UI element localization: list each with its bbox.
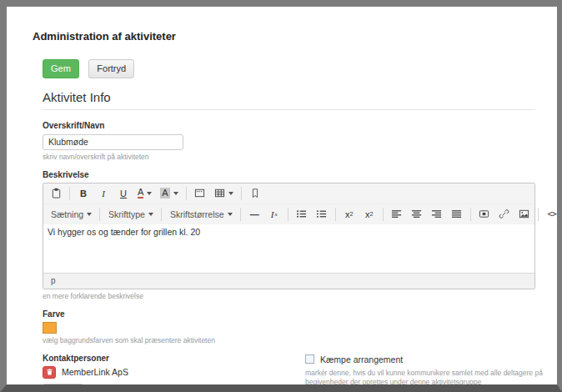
section-title: Aktivitet Info <box>43 90 535 110</box>
page: Administration af aktiviteter Gem Fortry… <box>7 7 557 392</box>
source-code-button[interactable]: <> <box>543 206 561 223</box>
background-color-glyph: A <box>160 188 169 199</box>
font-size-label: Skriftstørrelse <box>170 209 224 219</box>
big-event-help-text: markér denne, hvis du vil kunne kommunik… <box>305 369 547 388</box>
trash-icon <box>46 368 53 376</box>
toolbar-separator <box>186 187 187 200</box>
name-field-label: Overskrift/Navn <box>43 121 535 130</box>
numbered-list-button[interactable] <box>313 206 331 223</box>
contact-name: MemberLink ApS <box>62 367 128 377</box>
font-family-label: Skrifttype <box>108 209 145 219</box>
editor-element-path[interactable]: p <box>51 276 56 285</box>
clear-formatting-button[interactable]: Ix <box>265 206 284 223</box>
chevron-down-icon <box>228 213 233 216</box>
toolbar-separator <box>69 187 70 200</box>
toolbar-separator <box>335 208 336 221</box>
color-field-group: Farve vælg baggrundsfarven som skal præs… <box>43 309 535 344</box>
table-button[interactable] <box>211 185 237 202</box>
delete-contact-button[interactable] <box>43 366 56 379</box>
align-center-button[interactable] <box>408 206 426 223</box>
activity-form: Aktivitet Info Overskrift/Navn skriv nav… <box>43 90 535 392</box>
align-right-button[interactable] <box>428 206 446 223</box>
name-input[interactable] <box>43 134 183 150</box>
link-icon[interactable] <box>495 206 514 223</box>
paste-icon[interactable] <box>47 185 65 202</box>
font-family-dropdown[interactable]: Skrifttype <box>103 206 158 223</box>
contact-row: MemberLink ApS <box>43 366 305 379</box>
toolbar-separator <box>240 208 241 221</box>
big-event-label: Kæmpe arrangement <box>320 354 403 364</box>
paragraph-format-label: Sætning <box>51 209 83 219</box>
editor-toolbar-row-2: Sætning Skrifttype Skriftstørrelse — <box>43 204 534 224</box>
chevron-down-icon <box>87 213 92 216</box>
bold-button[interactable]: B <box>74 185 93 202</box>
clear-formatting-glyph: I <box>271 209 274 219</box>
text-color-button[interactable]: A <box>134 185 155 202</box>
page-title: Administration af aktiviteter <box>33 30 535 43</box>
toolbar-separator <box>99 208 100 221</box>
media-button[interactable] <box>475 206 494 223</box>
plus-icon: + <box>50 388 55 392</box>
choose-contact-label: Vælg <box>57 388 76 392</box>
superscript-mark: 2 <box>369 211 373 217</box>
toolbar-separator <box>538 208 539 221</box>
color-help-text: vælg baggrundsfarven som skal præsentere… <box>43 336 535 344</box>
toolbar-separator <box>241 187 242 200</box>
image-button[interactable] <box>515 206 534 223</box>
editor-statusbar: p <box>43 273 534 289</box>
subscript-mark: 2 <box>349 211 353 217</box>
text-color-glyph: A <box>138 188 143 199</box>
description-help-text: en mere forklarende beskrivelse <box>43 292 535 300</box>
big-event-checkbox-row: Kæmpe arrangement <box>305 354 547 364</box>
background-color-button[interactable]: A <box>157 185 181 202</box>
name-field-group: Overskrift/Navn skriv navn/overskrift på… <box>43 121 535 161</box>
description-field-group: Beskrivelse B I U A A <box>43 170 535 300</box>
toolbar-separator <box>470 208 471 221</box>
description-editor-body[interactable]: Vi hygger os og tænder for grillen kl. 2… <box>43 224 534 273</box>
visualblocks-icon[interactable] <box>191 185 209 202</box>
color-swatch[interactable] <box>43 322 57 334</box>
chevron-down-icon <box>173 192 178 195</box>
justify-button[interactable] <box>448 206 466 223</box>
toolbar-separator <box>288 208 289 221</box>
name-help-text: skriv navn/overskrift på aktiviteten <box>43 153 535 161</box>
toolbar-separator <box>383 208 384 221</box>
clear-formatting-mark: x <box>274 211 277 218</box>
color-field-label: Farve <box>43 309 535 319</box>
big-event-field-group: Kæmpe arrangement markér denne, hvis du … <box>305 354 547 388</box>
align-left-button[interactable] <box>388 206 406 223</box>
bottom-row: Kontaktpersoner MemberLink ApS +Vælg væl… <box>43 354 535 392</box>
action-button-row: Gem Fortryd <box>43 59 535 78</box>
choose-contact-button[interactable]: +Vælg <box>43 384 83 392</box>
contacts-field-label: Kontaktpersoner <box>43 354 305 363</box>
horizontal-rule-button[interactable]: — <box>245 206 263 223</box>
subscript-button[interactable]: x2 <box>340 206 359 223</box>
superscript-button[interactable]: x2 <box>360 206 379 223</box>
chevron-down-icon <box>228 192 233 195</box>
contacts-field-group: Kontaktpersoner MemberLink ApS +Vælg væl… <box>43 354 305 392</box>
italic-button[interactable]: I <box>94 185 113 202</box>
toolbar-separator <box>161 208 162 221</box>
anchor-bookmark-icon[interactable] <box>246 185 264 202</box>
chevron-down-icon <box>147 192 152 195</box>
rich-text-editor: B I U A A <box>43 183 535 289</box>
bullet-list-button[interactable] <box>293 206 311 223</box>
save-button[interactable]: Gem <box>43 59 79 78</box>
cancel-button[interactable]: Fortryd <box>88 59 134 78</box>
paragraph-format-dropdown[interactable]: Sætning <box>46 206 96 223</box>
description-field-label: Beskrivelse <box>43 170 535 179</box>
big-event-checkbox[interactable] <box>305 354 314 364</box>
underline-button[interactable]: U <box>114 185 133 202</box>
chevron-down-icon <box>148 213 153 216</box>
font-size-dropdown[interactable]: Skriftstørrelse <box>165 206 237 223</box>
editor-toolbar-row-1: B I U A A <box>43 183 534 204</box>
